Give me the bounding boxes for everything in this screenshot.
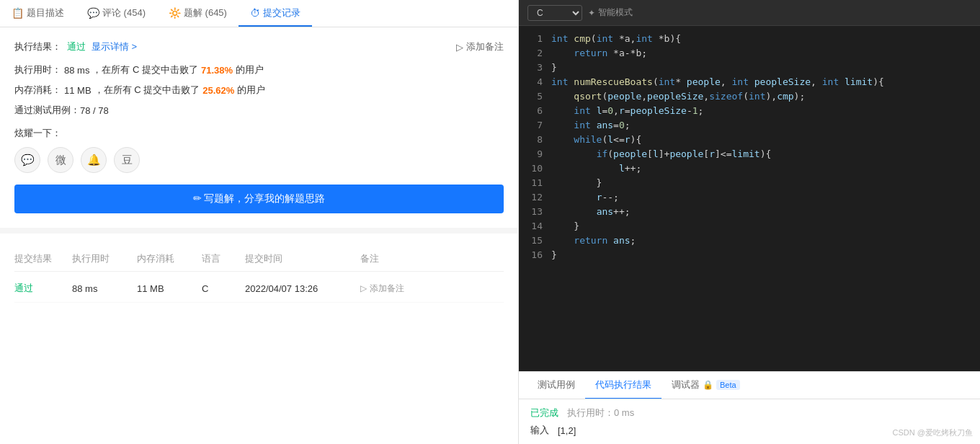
exec-time-display: 执行用时：0 ms <box>567 407 634 419</box>
left-content: 执行结果： 通过 显示详情 > ▷ 添加备注 执行用时： 88 ms ，在所有 … <box>0 27 518 444</box>
execution-result-row: 执行结果： 通过 显示详情 > ▷ 添加备注 <box>14 40 504 53</box>
header-note: 备注 <box>360 252 504 265</box>
input-value: [1,2] <box>558 425 576 436</box>
btab-debugger[interactable]: 调试器 🔒 Beta <box>662 372 750 399</box>
tab-solution[interactable]: 🔆 题解 (645) <box>157 0 239 27</box>
execution-result-label: 执行结果： <box>14 40 61 53</box>
bell-icon[interactable]: 🔔 <box>81 147 107 173</box>
code-line-7: 7 int ans=0; <box>519 118 980 133</box>
row-time: 88 ms <box>72 283 137 294</box>
header-date: 提交时间 <box>245 252 360 265</box>
smart-mode-icon: ✦ <box>588 8 595 18</box>
code-line-12: 12 r--; <box>519 190 980 205</box>
add-note-button[interactable]: ▷ 添加备注 <box>456 40 504 53</box>
test-case-value: 78 / 78 <box>80 105 109 116</box>
submissions-icon: ⏱ <box>250 7 260 19</box>
description-icon: 📋 <box>12 7 24 19</box>
beta-badge: Beta <box>716 380 740 390</box>
row-date: 2022/04/07 13:26 <box>245 283 360 294</box>
btab-testcase[interactable]: 测试用例 <box>527 372 585 399</box>
smart-mode-toggle[interactable]: ✦ 智能模式 <box>588 6 633 19</box>
completed-label: 已完成 <box>530 407 558 419</box>
right-panel: C C++ Java Python ✦ 智能模式 1 int cmp(int *… <box>519 0 980 444</box>
table-row: 通过 88 ms 11 MB C 2022/04/07 13:26 ▷ 添加备注 <box>14 275 504 303</box>
play-icon-small: ▷ <box>360 283 367 293</box>
douban-icon[interactable]: 豆 <box>114 147 140 173</box>
bottom-tabs: 测试用例 代码执行结果 调试器 🔒 Beta <box>519 371 980 399</box>
comments-icon: 💬 <box>87 7 99 19</box>
code-toolbar: C C++ Java Python ✦ 智能模式 <box>519 0 980 26</box>
input-label: 输入 <box>530 424 549 437</box>
lock-icon: 🔒 <box>703 380 713 390</box>
exec-time-value: 88 ms <box>64 65 89 76</box>
show-detail-link[interactable]: 显示详情 > <box>92 40 137 53</box>
row-result[interactable]: 通过 <box>14 282 72 295</box>
write-solution-button[interactable]: ✏ 写题解，分享我的解题思路 <box>14 185 504 213</box>
wechat-icon[interactable]: 💬 <box>14 147 40 173</box>
add-note-play-icon: ▷ <box>456 42 463 53</box>
memory-label: 内存消耗： <box>14 84 61 97</box>
header-time: 执行用时 <box>72 252 137 265</box>
exec-time-label: 执行用时： <box>14 63 61 76</box>
header-result: 提交结果 <box>14 252 72 265</box>
code-line-9: 9 if(people[l]+people[r]<=limit){ <box>519 147 980 161</box>
watermark: CSDN @爱吃烤秋刀鱼 <box>893 427 973 438</box>
code-line-2: 2 return *a-*b; <box>519 46 980 61</box>
memory-percent: 25.62% <box>202 85 234 96</box>
tab-comments[interactable]: 💬 评论 (454) <box>76 0 157 27</box>
row-lang: C <box>202 283 245 294</box>
tabs-bar: 📋 题目描述 💬 评论 (454) 🔆 题解 (645) ⏱ 提交记录 <box>0 0 518 27</box>
language-selector[interactable]: C C++ Java Python <box>527 5 582 21</box>
btab-exec-result[interactable]: 代码执行结果 <box>585 372 662 399</box>
section-divider <box>0 228 518 234</box>
code-line-6: 6 int l=0,r=peopleSize-1; <box>519 104 980 118</box>
code-line-15: 15 return ans; <box>519 234 980 248</box>
share-section: 炫耀一下： 💬 微 🔔 豆 <box>14 127 504 173</box>
code-line-16: 16 } <box>519 248 980 262</box>
test-case-label: 通过测试用例： <box>14 104 80 117</box>
weibo-icon[interactable]: 微 <box>48 147 74 173</box>
exec-time-percent: 71.38% <box>201 65 233 76</box>
row-mem: 11 MB <box>137 283 202 294</box>
social-icons: 💬 微 🔔 豆 <box>14 147 504 173</box>
test-case-row: 通过测试用例： 78 / 78 <box>14 104 504 117</box>
code-line-10: 10 l++; <box>519 161 980 176</box>
submissions-table: 提交结果 执行用时 内存消耗 语言 提交时间 备注 通过 88 ms 11 MB… <box>14 247 504 303</box>
code-editor[interactable]: 1 int cmp(int *a,int *b){ 2 return *a-*b… <box>519 26 980 371</box>
execution-status: 通过 <box>67 40 86 53</box>
code-line-13: 13 ans++; <box>519 205 980 219</box>
share-label: 炫耀一下： <box>14 127 504 140</box>
code-line-4: 4 int numRescueBoats(int* people, int pe… <box>519 75 980 89</box>
code-line-14: 14 } <box>519 219 980 234</box>
table-header: 提交结果 执行用时 内存消耗 语言 提交时间 备注 <box>14 247 504 272</box>
code-line-3: 3 } <box>519 61 980 75</box>
code-line-11: 11 } <box>519 176 980 190</box>
left-panel: 📋 题目描述 💬 评论 (454) 🔆 题解 (645) ⏱ 提交记录 执行结果… <box>0 0 519 444</box>
memory-value: 11 MB <box>64 85 92 96</box>
tab-description[interactable]: 📋 题目描述 <box>0 0 76 27</box>
row-add-note[interactable]: ▷ 添加备注 <box>360 283 504 295</box>
bottom-result-row: 已完成 执行用时：0 ms <box>530 407 968 419</box>
tab-submissions[interactable]: ⏱ 提交记录 <box>239 0 312 27</box>
code-line-5: 5 qsort(people,peopleSize,sizeof(int),cm… <box>519 89 980 104</box>
memory-row: 内存消耗： 11 MB ，在所有 C 提交中击败了 25.62% 的用户 <box>14 84 504 97</box>
solution-icon: 🔆 <box>169 7 181 19</box>
header-mem: 内存消耗 <box>137 252 202 265</box>
header-lang: 语言 <box>202 252 245 265</box>
code-line-8: 8 while(l<=r){ <box>519 133 980 147</box>
code-line-1: 1 int cmp(int *a,int *b){ <box>519 32 980 46</box>
exec-time-row: 执行用时： 88 ms ，在所有 C 提交中击败了 71.38% 的用户 <box>14 63 504 76</box>
